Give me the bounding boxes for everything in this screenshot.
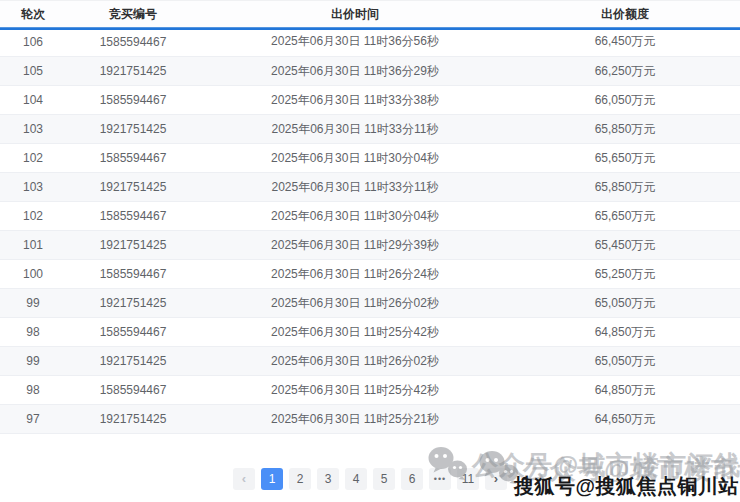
cell-amount: 65,650万元 — [510, 144, 740, 173]
pagination-page-11[interactable]: 11 — [457, 468, 479, 490]
pagination-page-3[interactable]: 3 — [317, 468, 339, 490]
cell-bidder: 1921751425 — [66, 173, 200, 202]
table-row: 9815855944672025年06月30日 11时25分42秒64,850万… — [0, 318, 740, 347]
bid-table: 轮次 竞买编号 出价时间 出价额度 10615855944672025年06月3… — [0, 0, 740, 434]
cell-amount: 65,450万元 — [510, 231, 740, 260]
cell-time: 2025年06月30日 11时25分42秒 — [200, 318, 510, 347]
cell-time: 2025年06月30日 11时33分38秒 — [200, 86, 510, 115]
cell-amount: 64,850万元 — [510, 376, 740, 405]
cell-round: 98 — [0, 318, 66, 347]
pagination-more-button[interactable]: ••• — [429, 468, 451, 490]
table-row: 9815855944672025年06月30日 11时25分42秒64,850万… — [0, 376, 740, 405]
cell-round: 100 — [0, 260, 66, 289]
cell-round: 97 — [0, 405, 66, 434]
cell-amount: 65,050万元 — [510, 347, 740, 376]
cell-amount: 65,050万元 — [510, 289, 740, 318]
cell-time: 2025年06月30日 11时30分04秒 — [200, 202, 510, 231]
table-row: 9919217514252025年06月30日 11时26分02秒65,050万… — [0, 289, 740, 318]
cell-time: 2025年06月30日 11时26分24秒 — [200, 260, 510, 289]
cell-round: 98 — [0, 376, 66, 405]
cell-round: 99 — [0, 289, 66, 318]
table-row: 10215855944672025年06月30日 11时30分04秒65,650… — [0, 144, 740, 173]
cell-time: 2025年06月30日 11时29分39秒 — [200, 231, 510, 260]
cell-bidder: 1585594467 — [66, 86, 200, 115]
pagination-page-4[interactable]: 4 — [345, 468, 367, 490]
cell-time: 2025年06月30日 11时33分11秒 — [200, 115, 510, 144]
pagination-next-button[interactable]: › — [485, 468, 507, 490]
cell-bidder: 1585594467 — [66, 260, 200, 289]
column-header-bidder: 竞买编号 — [66, 1, 200, 28]
cell-round: 99 — [0, 347, 66, 376]
pagination-page-2[interactable]: 2 — [289, 468, 311, 490]
cell-time: 2025年06月30日 11时33分11秒 — [200, 173, 510, 202]
table-row: 10319217514252025年06月30日 11时33分11秒65,850… — [0, 173, 740, 202]
pagination-prev-button[interactable]: ‹ — [233, 468, 255, 490]
table-row: 10519217514252025年06月30日 11时36分29秒66,250… — [0, 57, 740, 86]
cell-bidder: 1585594467 — [66, 376, 200, 405]
table-row: 10415855944672025年06月30日 11时33分38秒66,050… — [0, 86, 740, 115]
pagination-page-6[interactable]: 6 — [401, 468, 423, 490]
cell-bidder: 1921751425 — [66, 347, 200, 376]
column-header-time: 出价时间 — [200, 1, 510, 28]
cell-time: 2025年06月30日 11时36分56秒 — [200, 28, 510, 57]
cell-bidder: 1921751425 — [66, 115, 200, 144]
pagination-page-1[interactable]: 1 — [261, 468, 283, 490]
cell-amount: 66,450万元 — [510, 28, 740, 57]
cell-bidder: 1921751425 — [66, 231, 200, 260]
cell-bidder: 1921751425 — [66, 405, 200, 434]
auction-bid-record-screen: 轮次 竞买编号 出价时间 出价额度 10615855944672025年06月3… — [0, 0, 740, 502]
cell-amount: 64,650万元 — [510, 405, 740, 434]
cell-time: 2025年06月30日 11时26分02秒 — [200, 347, 510, 376]
table-row: 9919217514252025年06月30日 11时26分02秒65,050万… — [0, 347, 740, 376]
cell-bidder: 1585594467 — [66, 144, 200, 173]
bid-table-body: 10615855944672025年06月30日 11时36分56秒66,450… — [0, 28, 740, 434]
cell-amount: 65,650万元 — [510, 202, 740, 231]
cell-round: 103 — [0, 173, 66, 202]
cell-time: 2025年06月30日 11时26分02秒 — [200, 289, 510, 318]
table-row: 10319217514252025年06月30日 11时33分11秒65,850… — [0, 115, 740, 144]
cell-amount: 65,850万元 — [510, 115, 740, 144]
cell-amount: 65,850万元 — [510, 173, 740, 202]
column-header-round: 轮次 — [0, 1, 66, 28]
table-row: 10215855944672025年06月30日 11时30分04秒65,650… — [0, 202, 740, 231]
cell-round: 105 — [0, 57, 66, 86]
cell-round: 103 — [0, 115, 66, 144]
cell-amount: 65,250万元 — [510, 260, 740, 289]
cell-time: 2025年06月30日 11时25分42秒 — [200, 376, 510, 405]
cell-bidder: 1585594467 — [66, 28, 200, 57]
table-row: 10119217514252025年06月30日 11时29分39秒65,450… — [0, 231, 740, 260]
table-row: 10615855944672025年06月30日 11时36分56秒66,450… — [0, 28, 740, 57]
table-row: 9719217514252025年06月30日 11时25分21秒64,650万… — [0, 405, 740, 434]
cell-round: 101 — [0, 231, 66, 260]
header-divider-rule — [0, 27, 740, 30]
cell-bidder: 1585594467 — [66, 318, 200, 347]
table-row: 10015855944672025年06月30日 11时26分24秒65,250… — [0, 260, 740, 289]
cell-time: 2025年06月30日 11时30分04秒 — [200, 144, 510, 173]
cell-round: 102 — [0, 202, 66, 231]
cell-amount: 66,250万元 — [510, 57, 740, 86]
cell-time: 2025年06月30日 11时36分29秒 — [200, 57, 510, 86]
cell-round: 104 — [0, 86, 66, 115]
pagination-page-5[interactable]: 5 — [373, 468, 395, 490]
cell-round: 106 — [0, 28, 66, 57]
bid-table-header: 轮次 竞买编号 出价时间 出价额度 — [0, 1, 740, 28]
cell-round: 102 — [0, 144, 66, 173]
column-header-amount: 出价额度 — [510, 1, 740, 28]
cell-bidder: 1921751425 — [66, 289, 200, 318]
cell-amount: 66,050万元 — [510, 86, 740, 115]
cell-bidder: 1921751425 — [66, 57, 200, 86]
cell-bidder: 1585594467 — [66, 202, 200, 231]
cell-amount: 64,850万元 — [510, 318, 740, 347]
pagination: ‹123456•••11› — [0, 466, 740, 492]
cell-time: 2025年06月30日 11时25分21秒 — [200, 405, 510, 434]
